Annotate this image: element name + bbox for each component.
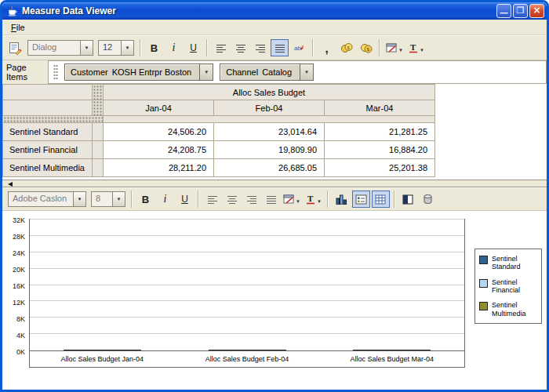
- underline-button[interactable]: U: [184, 39, 202, 56]
- y-axis-tick-label: 4K: [16, 332, 25, 339]
- data-cell[interactable]: 19,809.90: [214, 141, 325, 159]
- italic-button[interactable]: i: [165, 39, 183, 56]
- chart-type-button[interactable]: [333, 191, 351, 208]
- column-header[interactable]: Feb-04: [214, 100, 325, 116]
- chevron-down-icon[interactable]: ▼: [80, 41, 93, 55]
- italic-button[interactable]: i: [156, 191, 174, 208]
- drag-grip-icon[interactable]: [53, 64, 58, 80]
- page-item-channel[interactable]: Channel Catalog ▼: [220, 64, 314, 81]
- bar-sentinel-multimedia[interactable]: [115, 350, 141, 350]
- page-item-customer[interactable]: Customer KOSH Entrpr Boston ▼: [64, 64, 213, 81]
- column-header[interactable]: Mar-04: [325, 100, 435, 116]
- chevron-down-icon: ▼: [420, 48, 424, 53]
- font-name-value: Dialog: [28, 41, 80, 55]
- maximize-button[interactable]: ❐: [513, 4, 528, 18]
- data-cell[interactable]: 28,211.20: [104, 159, 214, 177]
- y-axis-tick-label: 20K: [13, 266, 25, 274]
- chevron-down-icon[interactable]: ▼: [300, 64, 313, 80]
- add-decimal-button[interactable]: $: [337, 39, 355, 56]
- column-header[interactable]: Jan-04: [104, 100, 214, 116]
- bold-button[interactable]: B: [145, 39, 163, 56]
- align-right-button[interactable]: [242, 191, 260, 208]
- chevron-down-icon[interactable]: ▼: [121, 41, 133, 55]
- bar-sentinel-standard[interactable]: [209, 350, 235, 350]
- underline-button[interactable]: U: [176, 191, 194, 208]
- crosstab-area: Alloc Sales Budget Jan-04 Feb-04 Mar-04 …: [2, 84, 547, 180]
- bar-sentinel-financial[interactable]: [235, 350, 260, 350]
- row-header[interactable]: Sentinel Multimedia: [3, 159, 93, 177]
- bar-sentinel-standard[interactable]: [353, 350, 379, 350]
- minimize-button[interactable]: —: [496, 4, 511, 18]
- align-left-button[interactable]: [203, 191, 221, 208]
- format-text-icon: T: [305, 194, 316, 205]
- align-justify-button[interactable]: [271, 39, 289, 56]
- align-right-button[interactable]: [251, 39, 269, 56]
- y-axis-tick-label: 12K: [13, 299, 25, 307]
- font-size-combobox[interactable]: 12 ▼: [98, 40, 134, 56]
- chart-main: 0K4K8K12K16K20K24K28K32K Alloc Sales Bud…: [5, 219, 542, 368]
- bar-sentinel-financial[interactable]: [379, 350, 405, 350]
- grip-column[interactable]: [93, 100, 104, 116]
- page-items-label: Page Items: [2, 63, 48, 82]
- window-controls: — ❐ ×: [496, 4, 544, 18]
- app-window: Measure Data Viewer — ❐ × File Dialog ▼: [0, 0, 549, 392]
- chevron-down-icon[interactable]: ▼: [199, 64, 213, 80]
- row-header[interactable]: Sentinel Standard: [3, 123, 93, 141]
- text-format-button[interactable]: T ▼: [406, 39, 426, 56]
- svg-text:T: T: [410, 42, 416, 52]
- chart-font-size-combobox[interactable]: 8 ▼: [91, 191, 125, 207]
- legend-toggle-button[interactable]: [352, 191, 370, 208]
- y-axis-tick-label: 24K: [13, 249, 25, 257]
- data-cell[interactable]: 26,685.05: [214, 159, 325, 177]
- page-items-panel: Customer KOSH Entrpr Boston ▼ Channel Ca…: [48, 60, 547, 84]
- text-wrap-button[interactable]: ab: [290, 39, 308, 56]
- export-button[interactable]: [6, 39, 24, 56]
- 3d-effect-button[interactable]: [419, 191, 437, 208]
- chevron-down-icon[interactable]: ▼: [112, 192, 125, 206]
- legend-swatch-icon: [479, 279, 488, 288]
- font-size-value: 12: [99, 41, 121, 55]
- align-center-button[interactable]: [231, 39, 249, 56]
- align-justify-button[interactable]: [262, 191, 280, 208]
- text-wrap-icon: ab: [293, 43, 306, 53]
- bar-sentinel-financial[interactable]: [89, 350, 115, 350]
- page-item-value: KOSH Entrpr Boston: [112, 67, 200, 77]
- thousands-separator-button[interactable]: ,: [318, 39, 336, 56]
- bold-button[interactable]: B: [136, 191, 155, 208]
- pane-splitter[interactable]: [2, 180, 547, 187]
- row-header[interactable]: Sentinel Financial: [3, 141, 93, 159]
- align-center-button[interactable]: [223, 191, 241, 208]
- measure-header[interactable]: Alloc Sales Budget: [104, 85, 435, 100]
- bar-sentinel-multimedia[interactable]: [405, 350, 431, 350]
- text-format-button[interactable]: T ▼: [304, 191, 323, 208]
- crosstab-table: Alloc Sales Budget Jan-04 Feb-04 Mar-04 …: [2, 84, 435, 177]
- conditional-format-button[interactable]: ▼: [384, 39, 405, 56]
- close-button[interactable]: ×: [529, 4, 544, 18]
- align-left-button[interactable]: [212, 39, 230, 56]
- grip-column[interactable]: [93, 85, 104, 100]
- chart-font-name-combobox[interactable]: Adobe Caslon ▼: [8, 191, 86, 207]
- bar-sentinel-standard[interactable]: [64, 350, 89, 350]
- grip-row[interactable]: [3, 116, 104, 123]
- gridlines-toggle-button[interactable]: [372, 191, 390, 208]
- chevron-down-icon: ▼: [398, 48, 403, 53]
- conditional-format-button[interactable]: ▼: [282, 191, 302, 208]
- bar-chart-icon: [336, 194, 347, 205]
- format-sheet-icon: [283, 194, 295, 205]
- color-fill-button[interactable]: [399, 191, 417, 208]
- data-cell[interactable]: 24,506.20: [104, 123, 214, 141]
- chevron-down-icon[interactable]: ▼: [73, 192, 85, 206]
- data-cell[interactable]: 24,208.75: [104, 141, 214, 159]
- align-center-icon: [235, 43, 246, 53]
- bar-sentinel-multimedia[interactable]: [260, 350, 286, 350]
- data-cell[interactable]: 25,201.38: [325, 159, 435, 177]
- menu-file[interactable]: File: [5, 21, 31, 34]
- data-cell[interactable]: 21,281.25: [325, 123, 435, 141]
- remove-decimal-button[interactable]: $: [357, 39, 375, 56]
- data-cell[interactable]: 16,884.20: [325, 141, 435, 159]
- font-name-combobox[interactable]: Dialog ▼: [27, 40, 93, 56]
- splitter-collapse-icon[interactable]: [8, 182, 13, 187]
- data-cell[interactable]: 23,014.64: [214, 123, 325, 141]
- chart-font-name-value: Adobe Caslon: [9, 192, 73, 206]
- gridline: [30, 268, 464, 269]
